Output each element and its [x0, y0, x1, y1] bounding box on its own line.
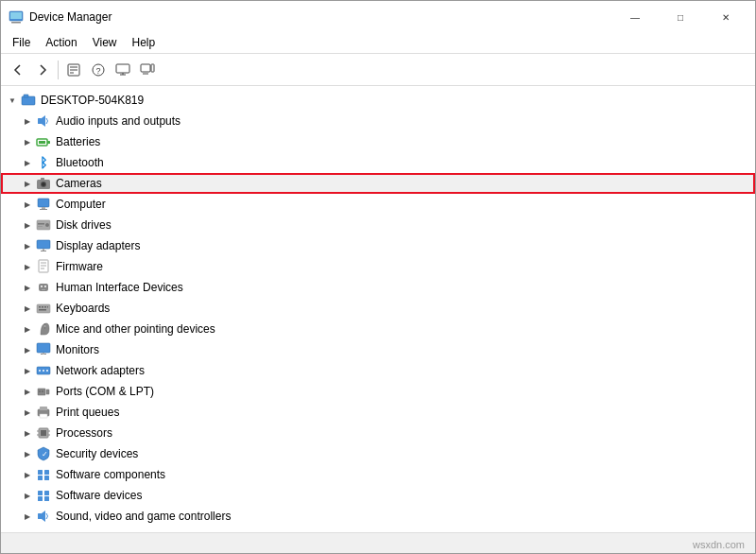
svg-rect-49: [39, 309, 46, 311]
list-item[interactable]: ▶ Batteries: [1, 131, 755, 152]
item-label: Audio inputs and outputs: [56, 114, 180, 128]
audio-icon: [35, 113, 52, 130]
list-item[interactable]: ▶ Computer: [1, 194, 755, 215]
svg-rect-45: [39, 306, 41, 308]
svg-rect-44: [37, 304, 50, 313]
list-item[interactable]: ▶ Software components: [1, 464, 755, 485]
menu-view[interactable]: View: [85, 34, 125, 51]
root-icon: [20, 92, 37, 109]
svg-rect-77: [38, 491, 43, 495]
content-area[interactable]: ▼ DESKTOP-504K819 ▶ Audio inputs and out…: [1, 86, 755, 532]
maximize-button[interactable]: □: [659, 8, 702, 26]
svg-rect-9: [116, 64, 129, 73]
list-item[interactable]: ▶ Display adapters: [1, 235, 755, 256]
minimize-button[interactable]: —: [613, 8, 657, 26]
item-label: Network adapters: [56, 364, 145, 377]
list-item[interactable]: ▶ ✓ Security devices: [1, 443, 755, 464]
svg-rect-46: [42, 306, 43, 308]
item-expander[interactable]: ▶: [20, 509, 35, 524]
item-label: Ports (COM & LPT): [56, 385, 154, 398]
forward-button[interactable]: [31, 59, 54, 81]
print-icon: [35, 404, 52, 421]
item-expander[interactable]: ▶: [20, 342, 35, 357]
properties-button[interactable]: [62, 59, 85, 81]
item-expander[interactable]: ▶: [20, 176, 35, 191]
monitor-button[interactable]: [136, 59, 159, 81]
item-expander[interactable]: ▶: [20, 197, 35, 212]
svg-point-41: [41, 286, 43, 287]
menu-file[interactable]: File: [5, 34, 38, 51]
svg-rect-67: [41, 430, 46, 436]
ports-icon: [35, 383, 52, 400]
svg-rect-54: [43, 353, 44, 355]
svg-rect-28: [42, 207, 45, 209]
item-expander[interactable]: ▶: [20, 134, 35, 149]
back-button[interactable]: [7, 59, 29, 81]
keyboards-icon: [35, 300, 52, 317]
svg-rect-13: [151, 64, 154, 72]
disk-icon: [35, 216, 52, 234]
list-item[interactable]: ▶ Processors: [1, 423, 755, 443]
item-expander[interactable]: ▶: [20, 446, 35, 461]
item-expander[interactable]: ▶: [20, 217, 35, 233]
tree-root[interactable]: ▼ DESKTOP-504K819: [1, 90, 755, 111]
svg-rect-15: [22, 96, 35, 105]
list-item[interactable]: ▶ Monitors: [1, 339, 755, 360]
item-label: Software devices: [56, 489, 142, 502]
item-expander[interactable]: ▶: [20, 259, 35, 274]
software-components-icon: [35, 466, 52, 483]
list-item[interactable]: ▶ Network adapters: [1, 360, 755, 381]
item-expander[interactable]: ▶: [20, 363, 35, 378]
menu-action[interactable]: Action: [38, 34, 84, 51]
list-item[interactable]: ▶ Firmware: [1, 256, 755, 277]
list-item[interactable]: ▶ Sound, video and game controllers: [1, 506, 755, 527]
display-button[interactable]: [112, 59, 134, 81]
item-expander[interactable]: ▶: [20, 301, 35, 316]
item-expander[interactable]: ▶: [20, 384, 35, 399]
mice-icon: [35, 320, 52, 338]
list-item[interactable]: ▶ Print queues: [1, 402, 755, 423]
svg-rect-34: [41, 251, 46, 251]
help-button[interactable]: ?: [87, 59, 110, 81]
cameras-item[interactable]: ▶ Cameras: [1, 173, 755, 194]
list-item[interactable]: ▶ ᛒ Bluetooth: [1, 152, 755, 173]
svg-rect-80: [44, 496, 49, 501]
item-expander[interactable]: ▶: [20, 467, 35, 482]
item-label: Security devices: [56, 447, 138, 460]
item-expander[interactable]: ▶: [20, 280, 35, 295]
item-expander[interactable]: ▶: [20, 155, 35, 170]
item-expander[interactable]: ▶: [20, 113, 35, 129]
item-label: Mice and other pointing devices: [56, 322, 215, 336]
item-expander[interactable]: ▶: [20, 488, 35, 503]
item-label: Sound, video and game controllers: [56, 510, 231, 523]
item-expander[interactable]: ▶: [20, 425, 35, 441]
list-item[interactable]: ▶ Software devices: [1, 485, 755, 506]
menu-help[interactable]: Help: [125, 34, 163, 51]
svg-rect-19: [47, 141, 50, 144]
list-item[interactable]: ▶ Audio inputs and outputs: [1, 111, 755, 131]
svg-rect-65: [40, 414, 47, 418]
list-item[interactable]: ▶ Disk drives: [1, 215, 755, 235]
list-item[interactable]: ▶ Human Interface Devices: [1, 277, 755, 298]
close-button[interactable]: ✕: [704, 8, 747, 26]
item-label: Software components: [56, 468, 165, 481]
svg-point-24: [42, 182, 45, 186]
device-manager-window: Device Manager — □ ✕ File Action View He…: [0, 0, 756, 554]
processors-icon: [35, 424, 52, 441]
svg-rect-48: [47, 306, 48, 308]
svg-rect-43: [42, 289, 45, 290]
list-item[interactable]: ▶ Mice and other pointing devices: [1, 319, 755, 339]
list-item[interactable]: ▶ Keyboards: [1, 298, 755, 319]
title-bar: Device Manager — □ ✕: [1, 1, 755, 31]
item-expander[interactable]: ▶: [20, 405, 35, 420]
item-expander[interactable]: ▶: [20, 238, 35, 253]
svg-rect-74: [44, 470, 49, 475]
svg-point-57: [43, 370, 44, 372]
svg-rect-60: [46, 390, 49, 394]
bluetooth-icon: ᛒ: [35, 154, 52, 171]
item-expander[interactable]: ▶: [20, 321, 35, 337]
svg-point-30: [45, 223, 49, 227]
list-item[interactable]: ▶ Ports (COM & LPT): [1, 381, 755, 402]
root-expander[interactable]: ▼: [5, 93, 20, 108]
item-label: Batteries: [56, 135, 100, 148]
